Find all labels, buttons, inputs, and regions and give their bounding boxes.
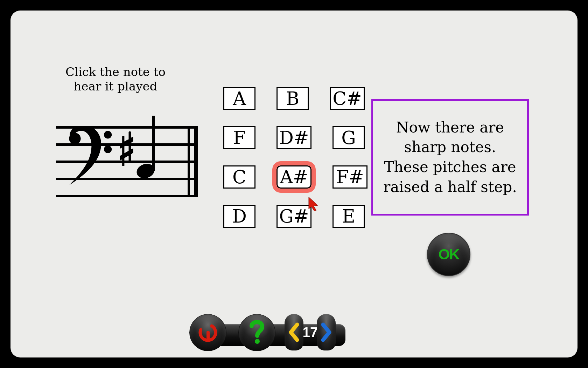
level-number: 17	[302, 325, 318, 340]
ok-button[interactable]: OK	[427, 233, 470, 276]
svg-point-1	[104, 131, 112, 138]
instruction-text: Click the note to hear it played	[56, 65, 175, 94]
prev-level-button[interactable]	[285, 314, 303, 350]
svg-point-0	[69, 133, 80, 144]
info-panel: Now there are sharp notes. These pitches…	[371, 99, 529, 216]
game-stage: Click the note to hear it played ♯ A B C…	[10, 11, 578, 357]
svg-point-2	[104, 145, 112, 153]
note-button-e[interactable]: E	[332, 205, 365, 228]
note-button-d-sharp[interactable]: D#	[276, 126, 312, 149]
note-stem-icon	[152, 116, 155, 171]
next-level-button[interactable]	[317, 314, 336, 350]
staff-end-bar	[188, 126, 190, 197]
note-button-c[interactable]: C	[223, 165, 255, 189]
chevron-right-icon	[320, 322, 332, 342]
note-button-a-sharp[interactable]: A#	[276, 165, 312, 189]
note-answer-grid: A B C# F D# G C A# F# D G# E	[223, 87, 381, 228]
note-button-a[interactable]: A	[223, 87, 255, 110]
note-button-c-sharp[interactable]: C#	[330, 87, 365, 110]
quit-button[interactable]	[189, 314, 226, 351]
note-button-f[interactable]: F	[223, 126, 255, 149]
note-button-g-sharp[interactable]: G#	[276, 205, 312, 228]
note-button-g[interactable]: G	[332, 126, 365, 149]
bottom-toolbar: 17	[195, 324, 345, 346]
svg-rect-4	[206, 331, 210, 341]
note-button-b[interactable]: B	[276, 87, 309, 110]
staff-line	[56, 195, 198, 197]
chevron-left-icon	[288, 322, 300, 342]
note-button-f-sharp[interactable]: F#	[332, 165, 368, 189]
music-staff[interactable]: ♯	[56, 126, 198, 198]
ok-label: OK	[439, 246, 459, 263]
svg-point-5	[255, 339, 260, 344]
note-button-d[interactable]: D	[223, 205, 255, 228]
info-text: Now there are sharp notes. These pitches…	[380, 118, 520, 197]
question-icon	[247, 318, 267, 347]
help-button[interactable]	[238, 314, 275, 351]
level-navigator: 17	[285, 314, 336, 350]
staff-end-bar	[194, 126, 198, 197]
bass-clef-icon	[63, 124, 112, 187]
power-icon	[197, 322, 219, 343]
